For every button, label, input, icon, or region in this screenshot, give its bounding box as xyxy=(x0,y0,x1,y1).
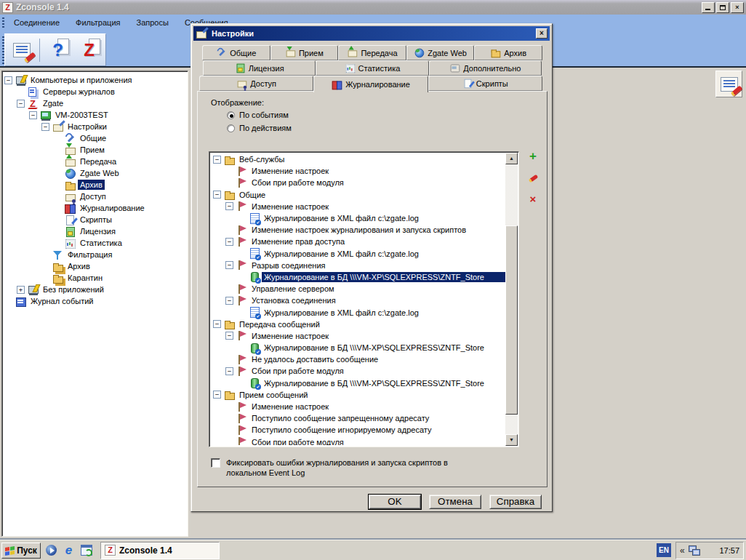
events-tree-item[interactable]: −Общие xyxy=(211,189,505,201)
events-tree-item[interactable]: Сбои при работе модуля xyxy=(211,177,505,188)
network-icon[interactable] xyxy=(689,545,700,556)
collapse-minus-icon[interactable]: − xyxy=(213,391,221,399)
collapse-minus-icon[interactable]: − xyxy=(4,76,12,84)
menubar-grip[interactable] xyxy=(2,17,4,29)
vertical-scrollbar[interactable]: ▲ ▼ xyxy=(505,153,518,446)
scroll-up-icon[interactable]: ▲ xyxy=(505,153,518,164)
delete-rule-button[interactable]: × xyxy=(526,192,540,205)
collapse-minus-icon[interactable]: − xyxy=(225,261,233,269)
events-tree-item[interactable]: Журналирование в БД \\\VM-XP\SQLEXPRESS\… xyxy=(211,377,505,389)
events-tree-item[interactable]: Сбои при работе модуля xyxy=(211,436,505,446)
journal-edit-float-button[interactable] xyxy=(715,71,742,97)
collapse-minus-icon[interactable]: − xyxy=(41,123,49,131)
tab-Скрипты[interactable]: Скрипты xyxy=(428,76,542,91)
collapse-minus-icon[interactable]: − xyxy=(29,111,37,119)
radio-option-По действиям[interactable]: По действиям xyxy=(227,124,292,132)
events-tree-item[interactable]: −Сбои при работе модуля xyxy=(211,365,505,377)
справка-button[interactable]: Справка xyxy=(489,495,542,509)
collapse-minus-icon[interactable]: − xyxy=(225,332,233,340)
nav-tree-item[interactable]: Фильтрация xyxy=(2,249,188,260)
scrollbar-thumb[interactable] xyxy=(505,225,518,415)
toolbar-help-button[interactable]: ? xyxy=(44,37,71,63)
nav-tree-item[interactable]: Передача xyxy=(2,156,188,167)
events-tree-item[interactable]: Изменение настроек журналирования и запу… xyxy=(211,224,505,236)
collapse-minus-icon[interactable]: − xyxy=(225,202,233,210)
nav-tree-item[interactable]: Архив xyxy=(2,179,188,191)
expand-plus-icon[interactable]: + xyxy=(17,286,25,294)
nav-tree-item[interactable]: −VM-2003TEST xyxy=(2,109,188,121)
nav-tree-item[interactable]: Серверы журналов xyxy=(2,86,188,97)
events-tree-item[interactable]: −Разрыв соединения xyxy=(211,260,505,271)
events-tree-item[interactable]: Поступило сообщение запрещенному адресат… xyxy=(211,412,505,424)
menu-Запросы[interactable]: Запросы xyxy=(130,17,175,30)
nav-tree-item[interactable]: Доступ xyxy=(2,191,188,202)
events-tree-item[interactable]: Изменение настроек xyxy=(211,165,505,177)
nav-tree-item[interactable]: Лицензия xyxy=(2,225,188,237)
collapse-minus-icon[interactable]: − xyxy=(213,320,221,328)
events-tree-item[interactable]: Журналирование в БД \\\VM-XP\SQLEXPRESS\… xyxy=(211,271,505,283)
radio-icon[interactable] xyxy=(227,124,235,132)
tab-Дополнительно[interactable]: Дополнительно xyxy=(429,60,542,76)
restore-button[interactable] xyxy=(716,2,729,13)
events-tree-item[interactable]: −Веб-службы xyxy=(211,153,505,165)
dialog-titlebar[interactable]: Настройки × xyxy=(193,26,550,41)
events-tree-item[interactable]: Журналирование в БД \\\VM-XP\SQLEXPRESS\… xyxy=(211,342,505,353)
language-indicator[interactable]: EN xyxy=(657,543,671,557)
menu-Фильтрация[interactable]: Фильтрация xyxy=(69,17,127,30)
events-tree-item[interactable]: −Прием сообщений xyxy=(211,389,505,401)
nav-tree-item[interactable]: −Компьютеры и приложения xyxy=(2,74,188,86)
tab-Zgate Web[interactable]: Zgate Web xyxy=(406,45,475,60)
toolbar-zgate-doc-button[interactable]: Z xyxy=(76,37,103,63)
events-tree-item[interactable]: Не удалось доставить сообщение xyxy=(211,353,505,365)
ok-button[interactable]: OK xyxy=(369,495,421,509)
taskbar-task-button[interactable]: Z Zconsole 1.4 xyxy=(100,542,220,559)
nav-tree-item[interactable]: Скрипты xyxy=(2,214,188,225)
collapse-minus-icon[interactable]: − xyxy=(225,367,233,375)
tab-Статистика[interactable]: Статистика xyxy=(316,60,428,76)
tab-Журналирование[interactable]: Журналирование xyxy=(313,76,428,92)
scroll-down-icon[interactable]: ▼ xyxy=(505,434,518,446)
collapse-minus-icon[interactable]: − xyxy=(225,297,233,305)
add-rule-button[interactable]: + xyxy=(526,150,540,163)
events-tree-item[interactable]: Управление сервером xyxy=(211,283,505,295)
отмена-button[interactable]: Отмена xyxy=(429,495,481,509)
media-player-icon[interactable] xyxy=(44,543,58,557)
edit-rule-button[interactable] xyxy=(526,172,540,185)
collapse-minus-icon[interactable]: − xyxy=(17,100,25,108)
internet-explorer-icon[interactable]: e xyxy=(62,543,76,557)
app-window-icon[interactable] xyxy=(79,543,93,557)
events-tree-item[interactable]: Журналирование в XML файл c:\zgate.log xyxy=(211,212,505,224)
menu-Соединение[interactable]: Соединение xyxy=(7,17,66,30)
tab-Прием[interactable]: Прием xyxy=(270,45,339,60)
tab-Передача[interactable]: Передача xyxy=(338,45,406,60)
nav-tree-item[interactable]: Архив xyxy=(2,260,188,272)
nav-tree-item[interactable]: Журнал событий xyxy=(2,295,188,307)
tab-Доступ[interactable]: Доступ xyxy=(199,76,313,91)
close-button[interactable]: × xyxy=(731,2,744,13)
events-tree-item[interactable]: −Изменение настроек xyxy=(211,330,505,342)
nav-tree-item[interactable]: −Настройки xyxy=(2,121,188,132)
collapse-minus-icon[interactable]: − xyxy=(225,238,233,246)
events-tree-item[interactable]: Поступило сообщение игнорируемому адреса… xyxy=(211,424,505,436)
radio-option-По событиям[interactable]: По событиям xyxy=(227,111,289,119)
events-tree-item[interactable]: −Установка соединения xyxy=(211,295,505,306)
events-tree-item[interactable]: Журналирование в XML файл c:\zgate.log xyxy=(211,306,505,318)
nav-tree-item[interactable]: −Zgate xyxy=(2,97,188,109)
nav-tree-item[interactable]: Прием xyxy=(2,144,188,156)
radio-selected-icon[interactable] xyxy=(227,111,235,119)
toolbar-journal-edit-button[interactable] xyxy=(8,37,35,63)
tab-Архив[interactable]: Архив xyxy=(474,45,542,60)
collapse-minus-icon[interactable]: − xyxy=(213,191,221,199)
events-tree-item[interactable]: −Изменение прав доступа xyxy=(211,236,505,247)
nav-tree-item[interactable]: Карантин xyxy=(2,272,188,284)
nav-tree-item[interactable]: Zgate Web xyxy=(2,167,188,179)
tab-Общие[interactable]: Общие xyxy=(202,45,270,60)
start-button[interactable]: Пуск xyxy=(1,543,41,559)
tab-Лицензия[interactable]: Лицензия xyxy=(203,60,316,76)
eventlog-checkbox[interactable] xyxy=(211,458,220,468)
nav-tree-item[interactable]: Статистика xyxy=(2,237,188,249)
minimize-button[interactable] xyxy=(702,2,715,13)
events-tree-item[interactable]: Изменение настроек xyxy=(211,401,505,412)
events-tree-item[interactable]: −Передача сообщений xyxy=(211,319,505,330)
events-tree-item[interactable]: Журналирование в XML файл c:\zgate.log xyxy=(211,248,505,260)
